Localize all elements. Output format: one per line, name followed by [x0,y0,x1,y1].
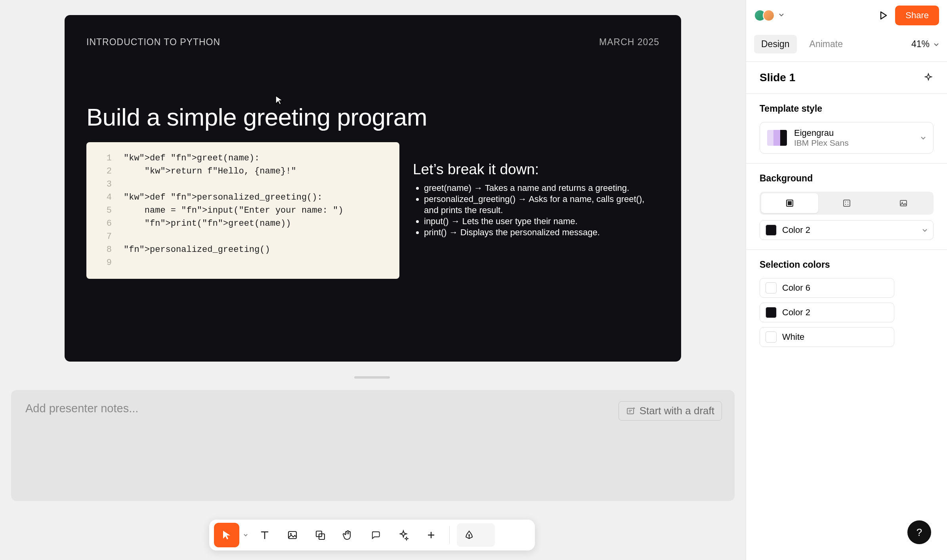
template-thumbnail [767,130,787,146]
svg-rect-13 [900,200,907,206]
right-panel: Share Design Animate 41% Slide 1 Templat… [746,0,947,560]
svg-point-5 [468,534,470,536]
color-name: Color 2 [782,225,810,235]
bg-image[interactable] [875,193,932,213]
selection-colors-section: Selection colors Color 6Color 2White [746,250,947,356]
text-tool[interactable] [252,523,277,547]
code-line: 5 name = "fn">input("Enter your name: ") [98,204,388,217]
sparkle-icon[interactable] [923,72,934,83]
slide[interactable]: INTRODUCTION TO PYTHON MARCH 2025 Build … [65,15,681,362]
add-tool[interactable] [418,523,444,547]
code-text: name = "fn">input("Enter your name: ") [124,204,344,217]
notes-resize-handle[interactable] [354,376,390,379]
line-number: 6 [98,217,112,230]
breakdown-item: personalized_greeting() → Asks for a nam… [424,194,659,216]
pen-tool[interactable] [458,525,480,545]
bottom-toolbar [209,520,535,550]
color-swatch [766,282,777,293]
panel-header: Share [746,0,947,31]
code-line: 3 [98,178,388,191]
background-color[interactable]: Color 2 [760,220,934,240]
line-number: 8 [98,243,112,256]
color-name: White [782,332,804,342]
code-line: 6 "fn">print("fn">greet(name)) [98,217,388,230]
share-button[interactable]: Share [895,6,939,25]
code-line: 1"kw">def "fn">greet(name): [98,152,388,165]
ai-tool[interactable] [391,523,416,547]
slide-content: 1"kw">def "fn">greet(name):2 "kw">return… [86,142,659,279]
breakdown-item: input() → Lets the user type their name. [424,216,659,227]
slide-date: MARCH 2025 [599,37,659,48]
collaborator-avatars[interactable] [754,10,771,21]
line-number: 3 [98,178,112,191]
avatar [763,10,775,21]
svg-rect-1 [288,531,296,539]
line-number: 9 [98,256,112,269]
svg-rect-7 [788,201,792,205]
presenter-notes[interactable]: Add presenter notes... Start with a draf… [11,390,735,501]
line-number: 5 [98,204,112,217]
bg-pattern[interactable] [818,193,875,213]
canvas-area: INTRODUCTION TO PYTHON MARCH 2025 Build … [0,0,746,560]
selection-color[interactable]: Color 6 [760,278,894,298]
breakdown-item: greet(name) → Takes a name and returns a… [424,183,659,194]
color-swatch [766,307,777,318]
hand-tool[interactable] [335,523,361,547]
code-line: 2 "kw">return f"Hello, {name}!" [98,165,388,178]
image-tool[interactable] [280,523,305,547]
help-button[interactable]: ? [907,520,931,544]
slide-label: Slide 1 [760,71,795,84]
color-swatch [766,225,777,236]
tab-design[interactable]: Design [754,35,797,53]
color-name: Color 2 [782,307,810,318]
tab-animate[interactable]: Animate [802,35,850,53]
breakdown-list: greet(name) → Takes a name and returns a… [424,183,659,238]
template-picker[interactable]: Eigengrau IBM Plex Sans [760,122,934,154]
svg-point-12 [847,204,848,205]
zoom-value: 41% [911,39,930,50]
background-type-toggle [760,192,934,215]
svg-rect-0 [627,408,634,414]
line-number: 1 [98,152,112,165]
slide-header: INTRODUCTION TO PYTHON MARCH 2025 [86,37,659,48]
solid-icon [785,199,794,208]
breakdown: Let’s break it down: greet(name) → Takes… [413,142,659,279]
code-text: "fn">print("fn">greet(name)) [124,217,291,230]
toolbar-separator [449,526,450,544]
play-icon [878,10,888,21]
line-number: 2 [98,165,112,178]
breakdown-heading: Let’s break it down: [413,161,659,178]
slide-section: Slide 1 [746,62,947,94]
select-tool-dropdown[interactable] [242,533,250,537]
code-line: 8"fn">personalized_greeting() [98,243,388,256]
template-name: Eigengrau [794,128,849,138]
selection-colors-label: Selection colors [760,259,934,270]
chevron-down-icon [243,533,248,537]
comment-tool[interactable] [363,523,388,547]
zoom-control[interactable]: 41% [911,39,939,50]
pattern-icon [842,199,851,208]
color-swatch [766,331,777,343]
toolbar-right-group [457,523,495,547]
background-label: Background [760,173,934,184]
avatars-dropdown[interactable] [779,12,784,19]
panel-tabs: Design Animate 41% [746,31,947,62]
template-label: Template style [760,103,934,114]
draft-icon [626,406,636,416]
selection-color[interactable]: White [760,327,894,347]
selection-color[interactable]: Color 2 [760,303,894,322]
pen-tool-expand[interactable] [480,525,493,545]
present-button[interactable] [875,8,891,23]
code-text: "kw">return f"Hello, {name}!" [124,165,296,178]
chevron-down-icon [920,135,926,141]
svg-point-2 [290,533,292,535]
line-number: 4 [98,191,112,204]
bg-solid[interactable] [761,193,818,213]
start-draft-button[interactable]: Start with a draft [619,401,722,421]
code-line: 4"kw">def "fn">personalized_greeting(): [98,191,388,204]
shape-tool[interactable] [307,523,333,547]
select-tool[interactable] [214,523,239,547]
slide-kicker: INTRODUCTION TO PYTHON [86,37,220,48]
breakdown-item: print() → Displays the personalized mess… [424,227,659,238]
image-icon [899,199,908,208]
